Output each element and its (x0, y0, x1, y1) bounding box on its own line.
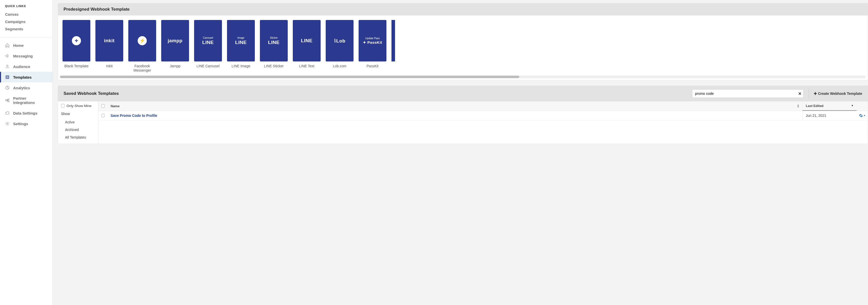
nav-templates[interactable]: Templates (0, 72, 52, 82)
sidebar: QUICK LINKS Canvas Campaigns Segments Ho… (0, 0, 53, 305)
checkbox-icon (61, 104, 65, 107)
horizontal-scrollbar[interactable] (60, 76, 866, 78)
table-row: Save Promo Code to Profile Jun 21, 2021 … (98, 111, 868, 121)
nav-label: Settings (13, 122, 28, 126)
template-link[interactable]: Save Promo Code to Profile (111, 113, 157, 117)
svg-rect-6 (8, 101, 9, 102)
nav-settings[interactable]: Settings (0, 118, 52, 129)
search-wrap: ✕ (692, 89, 803, 98)
svg-point-0 (7, 65, 8, 67)
audience-icon (5, 64, 10, 69)
nav-label: Messaging (13, 54, 33, 58)
quick-link-segments[interactable]: Segments (5, 25, 47, 33)
template-line-text[interactable]: LINE LINE Text (293, 20, 321, 73)
nav-label: Templates (13, 75, 32, 79)
quick-links-heading: QUICK LINKS (5, 5, 47, 8)
svg-rect-2 (7, 76, 8, 78)
cloud-icon (5, 111, 10, 115)
filter-archived[interactable]: Archived (61, 126, 95, 134)
predesigned-title: Predesigned Webhook Template (64, 7, 130, 12)
nav-data-settings[interactable]: Data Settings (0, 108, 52, 118)
select-all-checkbox[interactable] (98, 101, 107, 111)
nav-label: Data Settings (13, 111, 37, 115)
main-content: Predesigned Webhook Template + Blank Tem… (53, 0, 868, 305)
template-label: LINE Image (231, 64, 250, 72)
predesigned-panel: Predesigned Webhook Template + Blank Tem… (58, 3, 868, 80)
column-name[interactable]: Name ▲▼ (107, 101, 802, 111)
search-input[interactable] (692, 89, 803, 98)
nav-label: Analytics (13, 86, 30, 90)
template-label: Facebook Messenger (128, 64, 156, 73)
template-lob[interactable]: ⌇Lob Lob.com (326, 20, 353, 73)
template-row: + Blank Template inkit Inkit ⚡ Facebook … (58, 15, 868, 75)
template-label: Inkit (106, 64, 113, 72)
show-heading: Show (61, 112, 95, 116)
nav-partner-integrations[interactable]: Partner Integrations (0, 93, 52, 108)
sort-icon: ▲▼ (797, 104, 799, 108)
row-last-edited: Jun 21, 2021 (802, 111, 857, 120)
saved-body: Only Show Mine Show Active Archived All … (58, 101, 868, 144)
template-label: LINE Carousel (196, 64, 219, 72)
template-facebook-messenger[interactable]: ⚡ Facebook Messenger (128, 20, 156, 73)
template-label: LINE Text (299, 64, 314, 72)
svg-rect-5 (8, 99, 9, 100)
svg-point-7 (7, 123, 8, 125)
quick-link-canvas[interactable]: Canvas (5, 11, 47, 18)
integrations-icon (5, 98, 10, 103)
clear-search-icon[interactable]: ✕ (798, 91, 801, 96)
create-label: Create Webhook Template (818, 92, 862, 96)
gear-icon (5, 122, 10, 126)
filter-column: Only Show Mine Show Active Archived All … (58, 101, 98, 144)
template-overflow[interactable] (392, 20, 395, 73)
scrollbar-thumb[interactable] (60, 76, 519, 78)
templates-icon (5, 75, 10, 79)
nav-messaging[interactable]: Messaging (0, 50, 52, 61)
table-header: Name ▲▼ Last Edited ▼ (98, 101, 868, 111)
nav-label: Home (13, 43, 24, 47)
template-inkit[interactable]: inkit Inkit (95, 20, 123, 73)
filter-active[interactable]: Active (61, 118, 95, 126)
template-line-sticker[interactable]: StickerLINE LINE Sticker (260, 20, 288, 73)
only-show-mine-checkbox[interactable]: Only Show Mine (61, 104, 95, 108)
megaphone-icon (5, 54, 10, 58)
sort-desc-icon: ▼ (851, 105, 854, 107)
sidebar-divider (0, 37, 52, 37)
nav-home[interactable]: Home (0, 40, 52, 50)
nav-label: Partner Integrations (13, 96, 47, 105)
nav-label: Audience (13, 65, 30, 69)
saved-templates-panel: Saved Webhook Templates ✕ ✚ Create Webho… (58, 86, 868, 144)
messenger-icon: ⚡ (138, 36, 147, 45)
template-jampp[interactable]: jampp Jampp (161, 20, 189, 73)
template-blank[interactable]: + Blank Template (63, 20, 90, 73)
template-line-carousel[interactable]: CarouselLINE LINE Carousel (194, 20, 222, 73)
template-label: Blank Template (64, 64, 88, 72)
only-mine-label: Only Show Mine (67, 104, 91, 108)
template-passkit[interactable]: Update Pass✦ PassKit PassKit (359, 20, 386, 73)
svg-rect-4 (6, 100, 7, 101)
svg-rect-1 (6, 76, 9, 79)
nav-audience[interactable]: Audience (0, 61, 52, 72)
saved-title: Saved Webhook Templates (64, 91, 119, 96)
row-settings-button[interactable]: ▼ (859, 113, 866, 117)
template-label: Jampp (170, 64, 180, 72)
nav-analytics[interactable]: Analytics (0, 82, 52, 93)
plus-icon: ✚ (814, 92, 817, 96)
predesigned-header: Predesigned Webhook Template (58, 3, 868, 15)
column-last-edited[interactable]: Last Edited ▼ (802, 101, 857, 111)
analytics-icon (5, 86, 10, 90)
template-line-image[interactable]: ImageLINE LINE Image (227, 20, 255, 73)
row-checkbox[interactable] (98, 111, 107, 120)
caret-down-icon: ▼ (863, 114, 866, 117)
quick-link-campaigns[interactable]: Campaigns (5, 18, 47, 25)
template-label: Lob.com (333, 64, 346, 72)
saved-header: Saved Webhook Templates ✕ ✚ Create Webho… (58, 86, 868, 101)
template-label: PassKit (366, 64, 378, 72)
filter-all-templates[interactable]: All Templates (61, 134, 95, 141)
templates-table: Name ▲▼ Last Edited ▼ Save Promo Code to… (98, 101, 868, 144)
template-label: LINE Sticker (264, 64, 284, 72)
create-webhook-template-button[interactable]: ✚ Create Webhook Template (814, 92, 862, 96)
quick-links-section: QUICK LINKS Canvas Campaigns Segments (0, 0, 52, 35)
home-icon (5, 43, 10, 47)
plus-icon: + (72, 36, 81, 45)
column-actions (857, 101, 868, 111)
